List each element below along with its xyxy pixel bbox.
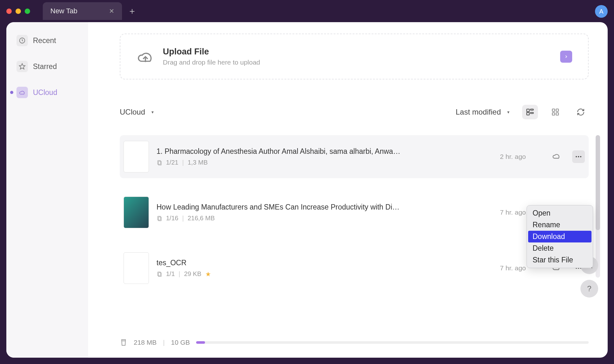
storage-total: 10 GB — [171, 339, 190, 346]
svg-rect-8 — [556, 113, 559, 115]
file-pages: 1/1 — [166, 270, 175, 278]
close-tab-icon[interactable]: ✕ — [109, 7, 114, 15]
folder-dropdown[interactable]: UCloud ▾ — [120, 108, 154, 116]
sidebar-item-label: Recent — [33, 36, 56, 45]
sort-dropdown[interactable]: Last modified ▾ — [456, 108, 509, 116]
clock-icon — [16, 35, 28, 46]
close-window-button[interactable] — [6, 9, 12, 14]
refresh-button[interactable] — [573, 105, 589, 119]
upload-subtitle: Drag and drop file here to upload — [163, 59, 260, 66]
file-row[interactable]: How Leading Manufacturers and SMEs Can I… — [120, 191, 589, 234]
file-name: How Leading Manufacturers and SMEs Can I… — [157, 203, 492, 211]
upload-text: Upload File Drag and drop file here to u… — [163, 47, 260, 66]
menu-item-open[interactable]: Open — [527, 207, 593, 219]
separator: | — [182, 159, 184, 166]
storage-progress-fill — [196, 341, 205, 344]
pages-icon — [157, 160, 162, 166]
new-tab-button[interactable]: ＋ — [128, 5, 137, 17]
storage-icon — [120, 339, 127, 346]
storage-bar: 218 MB | 10 GB — [120, 339, 589, 346]
grid-view-button[interactable] — [547, 105, 563, 119]
file-meta: 1/16 | 216,6 MB — [157, 215, 492, 222]
file-thumbnail — [124, 141, 149, 173]
sidebar: Recent Starred UCloud — [6, 22, 88, 358]
file-list: 1. Pharmacology of Anesthesia Author Ama… — [120, 135, 589, 290]
menu-item-delete[interactable]: Delete — [527, 242, 593, 254]
storage-progress — [196, 341, 589, 344]
minimize-window-button[interactable] — [16, 9, 21, 14]
caret-down-icon: ▾ — [507, 110, 509, 115]
svg-rect-6 — [556, 109, 559, 111]
star-icon — [16, 61, 28, 72]
file-size: 29 KB — [184, 270, 201, 278]
help-icon: ? — [587, 284, 591, 293]
file-meta: 1/21 | 1,3 MB — [157, 159, 492, 166]
file-name: 1. Pharmacology of Anesthesia Author Ama… — [157, 147, 492, 156]
svg-rect-2 — [527, 112, 529, 115]
svg-point-12 — [578, 156, 579, 157]
menu-item-rename[interactable]: Rename — [527, 219, 593, 231]
sidebar-item-label: UCloud — [33, 88, 57, 97]
upload-title: Upload File — [163, 47, 260, 57]
file-meta: 1/1 | 29 KB ★ — [157, 270, 492, 278]
pages-icon — [157, 271, 162, 277]
file-row[interactable]: 1. Pharmacology of Anesthesia Author Ama… — [120, 135, 589, 178]
browser-tab[interactable]: New Tab ✕ — [43, 2, 122, 20]
list-view-button[interactable] — [522, 105, 538, 119]
upload-expand-button[interactable] — [560, 51, 572, 63]
file-name: tes_OCR — [157, 259, 492, 267]
tab-title: New Tab — [50, 7, 77, 15]
pages-icon — [157, 216, 162, 221]
svg-rect-4 — [530, 112, 533, 114]
upload-dropzone[interactable]: Upload File Drag and drop file here to u… — [120, 34, 589, 79]
active-indicator-icon — [10, 91, 13, 94]
cloud-status-icon — [552, 152, 565, 162]
svg-point-13 — [580, 156, 581, 157]
svg-rect-7 — [552, 113, 555, 115]
upload-cloud-icon — [136, 47, 155, 66]
sidebar-item-label: Starred — [33, 62, 57, 71]
star-icon: ★ — [205, 270, 211, 278]
more-actions-button[interactable] — [572, 150, 585, 163]
file-pages: 1/16 — [166, 215, 178, 222]
file-row[interactable]: tes_OCR 1/1 | 29 KB ★ 7 hr. ago — [120, 247, 589, 290]
menu-item-download[interactable]: Download — [528, 231, 592, 242]
sidebar-item-starred[interactable]: Starred — [13, 58, 82, 75]
separator: | — [179, 270, 180, 278]
sort-dropdown-label: Last modified — [456, 108, 501, 116]
file-thumbnail — [124, 252, 149, 284]
file-info: tes_OCR 1/1 | 29 KB ★ — [157, 259, 492, 278]
avatar[interactable]: A — [595, 5, 608, 18]
separator: | — [163, 339, 164, 346]
storage-used: 218 MB — [134, 339, 157, 346]
folder-dropdown-label: UCloud — [120, 108, 145, 116]
svg-rect-1 — [527, 109, 529, 112]
file-size: 216,6 MB — [188, 215, 215, 222]
maximize-window-button[interactable] — [25, 9, 30, 14]
menu-item-star[interactable]: Star this File — [527, 254, 593, 266]
file-info: 1. Pharmacology of Anesthesia Author Ama… — [157, 147, 492, 166]
svg-point-11 — [576, 156, 577, 157]
titlebar: New Tab ✕ ＋ A — [0, 0, 614, 22]
file-size: 1,3 MB — [188, 159, 208, 166]
separator: | — [182, 215, 184, 222]
file-pages: 1/21 — [166, 159, 178, 166]
svg-rect-3 — [530, 109, 533, 110]
scrollbar-thumb[interactable] — [596, 135, 600, 230]
toolbar: UCloud ▾ Last modified ▾ — [120, 105, 589, 119]
window-controls — [6, 9, 30, 14]
app-window: Recent Starred UCloud Upload File Drag a… — [6, 22, 608, 358]
file-time: 2 hr. ago — [500, 153, 544, 160]
help-button[interactable]: ? — [580, 280, 598, 298]
main-content: Upload File Drag and drop file here to u… — [88, 22, 608, 358]
cloud-icon — [16, 87, 28, 98]
sidebar-item-recent[interactable]: Recent — [13, 32, 82, 49]
file-thumbnail — [124, 197, 149, 228]
sidebar-item-ucloud[interactable]: UCloud — [13, 84, 82, 101]
avatar-initial: A — [599, 8, 603, 15]
context-menu: Open Rename Download Delete Star this Fi… — [527, 205, 593, 268]
toolbar-right: Last modified ▾ — [456, 105, 589, 119]
svg-rect-5 — [552, 109, 555, 111]
view-controls — [522, 105, 589, 119]
caret-down-icon: ▾ — [151, 110, 154, 115]
